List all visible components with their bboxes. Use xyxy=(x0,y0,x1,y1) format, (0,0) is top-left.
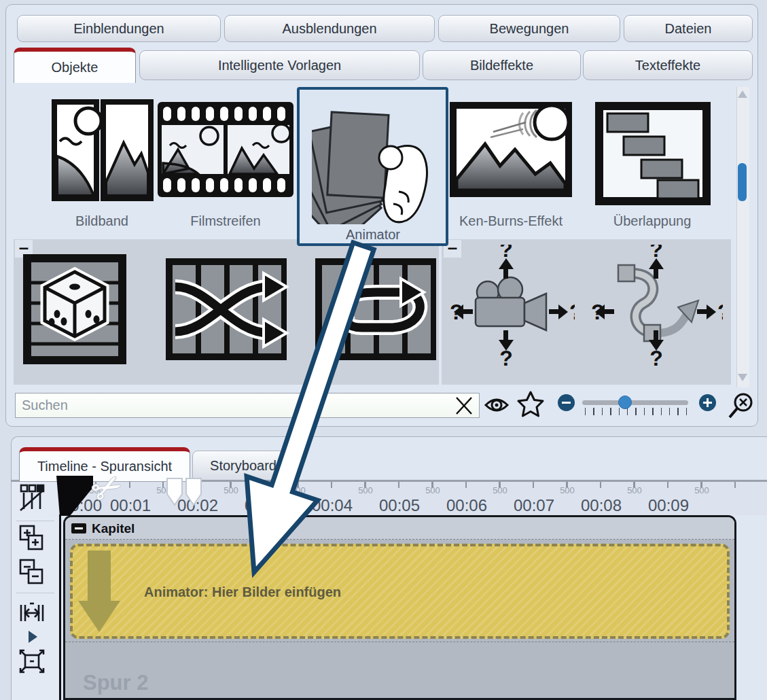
tab-label: Einblendungen xyxy=(73,21,164,37)
ruler-time-label: 00:03 xyxy=(234,496,296,515)
bildband-icon xyxy=(52,99,154,201)
object-list-scrollbar[interactable] xyxy=(736,87,749,387)
object-item-ken-burns[interactable] xyxy=(450,102,572,197)
tab-label: Ausblendungen xyxy=(282,21,376,37)
playhead-line xyxy=(59,514,61,700)
question-glyph: ? xyxy=(717,300,723,324)
split-markers-icon xyxy=(166,477,209,508)
fit-screen-icon[interactable] xyxy=(18,647,46,676)
collapse-tracks-icon[interactable] xyxy=(19,559,45,586)
tab-label: Bildeffekte xyxy=(470,58,533,73)
fit-width-icon[interactable] xyxy=(18,599,46,627)
track2-label: Spur 2 xyxy=(83,671,148,695)
zufaellige-reihenfolge-icon xyxy=(162,254,291,364)
thumbnail-zoom-slider-track[interactable] xyxy=(582,400,688,405)
tab-intelligente-vorlagen[interactable]: Intelligente Vorlagen xyxy=(139,50,420,80)
ruler-sub-label: 500 xyxy=(554,485,581,495)
ruler-sub-label: 500 xyxy=(352,485,379,495)
drop-zone-hint: Animator: Hier Bilder einfügen xyxy=(144,584,341,600)
scroll-down-icon[interactable] xyxy=(738,374,747,381)
ruler-time-label: 00:07 xyxy=(503,496,565,515)
kamerawackeln-icon: ? ? ? ? xyxy=(446,245,575,366)
tab-objekte[interactable]: Objekte xyxy=(14,48,136,83)
slider-tick-marks xyxy=(585,408,688,415)
toolbar-divider xyxy=(16,593,54,593)
object-item-bildband[interactable] xyxy=(52,99,154,201)
ken-burns-icon xyxy=(450,102,572,197)
animator-icon xyxy=(312,95,434,224)
object-item-bewegungspfad[interactable]: ? ? ? ? xyxy=(590,245,723,366)
tab-bewegungen[interactable]: Bewegungen xyxy=(438,15,620,42)
chapter-collapse-icon[interactable] xyxy=(71,523,86,533)
ruler-sub-label: 500 xyxy=(217,485,245,495)
ruler-time-label: 00:06 xyxy=(436,496,497,515)
favorites-star-icon[interactable] xyxy=(516,390,545,419)
zoom-out-button[interactable] xyxy=(558,394,575,411)
tab-label: Storyboard xyxy=(210,458,277,474)
zoom-in-button[interactable] xyxy=(699,394,716,411)
ruler-time-label: 00:05 xyxy=(369,496,430,515)
wiederholung-icon xyxy=(311,254,440,364)
tab-einblendungen[interactable]: Einblendungen xyxy=(17,15,221,42)
object-item-kamerawackeln[interactable]: ? ? ? ? xyxy=(446,245,575,366)
animator-drop-zone[interactable]: Animator: Hier Bilder einfügen xyxy=(70,544,730,639)
eye-filter-icon[interactable] xyxy=(484,393,510,417)
question-glyph: ? xyxy=(499,245,513,262)
zufallsauswahl-icon xyxy=(23,254,126,364)
reset-zoom-magnifier-icon[interactable] xyxy=(726,390,757,421)
object-item-zufaellige-reihenfolge[interactable] xyxy=(162,254,291,364)
question-glyph: ? xyxy=(499,346,513,366)
filmstreifen-icon xyxy=(158,102,293,197)
object-label: Filmstreifen xyxy=(171,213,280,229)
ruler-sub-label: 500 xyxy=(621,485,648,495)
chapter-track-header[interactable]: Kapitel xyxy=(65,517,734,540)
drop-arrow-head-icon xyxy=(78,601,120,632)
tab-label: Intelligente Vorlagen xyxy=(218,58,341,73)
expand-tracks-icon[interactable] xyxy=(19,525,45,552)
question-glyph: ? xyxy=(569,300,575,324)
search-input[interactable] xyxy=(15,393,480,418)
object-item-animator-selected[interactable]: Animator xyxy=(297,87,448,246)
scroll-up-icon[interactable] xyxy=(738,90,747,98)
tab-ausblendungen[interactable]: Ausblendungen xyxy=(224,15,435,42)
clear-search-icon[interactable] xyxy=(451,393,477,419)
question-glyph: ? xyxy=(649,346,663,366)
tab-label: Texteffekte xyxy=(635,58,700,73)
question-glyph: ? xyxy=(649,245,663,262)
minus-icon xyxy=(562,402,571,404)
tab-label: Dateien xyxy=(665,21,712,37)
object-item-filmstreifen[interactable] xyxy=(158,102,293,197)
object-label: Überlappung xyxy=(598,213,707,229)
tab-label: Objekte xyxy=(52,60,99,75)
ruler-time-label: 00:08 xyxy=(571,496,632,515)
question-glyph: ? xyxy=(450,300,463,324)
ruler-sub-label: 500 xyxy=(688,485,715,495)
tab-dateien[interactable]: Dateien xyxy=(624,15,753,42)
thumbnail-zoom-slider-thumb[interactable] xyxy=(618,396,632,409)
ruler-sub-label: 500 xyxy=(486,485,514,495)
drop-arrow-icon xyxy=(88,550,111,601)
ruler-time-label: 00:04 xyxy=(302,496,363,515)
tab-texteffekte[interactable]: Texteffekte xyxy=(583,50,753,80)
ruler-sub-label: 500 xyxy=(419,485,446,495)
ruler-time-label: 00:09 xyxy=(638,496,699,515)
object-label: Bildband xyxy=(48,213,156,229)
object-item-ueberlappung[interactable] xyxy=(595,102,711,205)
tab-bildeffekte[interactable]: Bildeffekte xyxy=(423,50,581,80)
flyout-arrow-icon[interactable] xyxy=(29,631,37,643)
object-label: Animator xyxy=(319,227,427,243)
toolbar-divider xyxy=(16,521,54,521)
object-item-wiederholung[interactable] xyxy=(311,254,440,364)
chapter-track-title: Kapitel xyxy=(92,517,135,540)
bewegungspfad-icon: ? ? ? ? xyxy=(590,245,723,366)
chapter-track-container: Kapitel Animator: Hier Bilder einfügen S… xyxy=(63,515,736,700)
object-item-zufallsauswahl[interactable] xyxy=(23,254,126,364)
track-divider xyxy=(65,642,734,642)
object-label: Ken-Burns-Effekt xyxy=(450,213,572,229)
ruler-sub-label: 500 xyxy=(285,485,312,495)
ueberlappung-icon xyxy=(595,102,711,205)
question-glyph: ? xyxy=(591,300,605,324)
object-list-scrollbar-thumb[interactable] xyxy=(738,163,747,201)
track-options-icon[interactable] xyxy=(19,483,45,512)
tab-label: Bewegungen xyxy=(490,21,569,37)
